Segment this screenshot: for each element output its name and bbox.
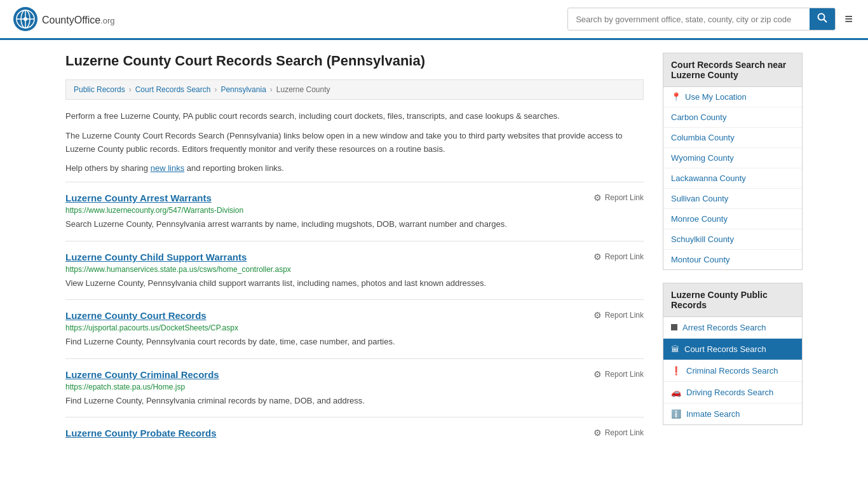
site-header: CountyOffice.org ≡ <box>0 0 868 40</box>
result-header: Luzerne County Probate Records ⚙ Report … <box>65 428 644 438</box>
result-header: Luzerne County Arrest Warrants ⚙ Report … <box>65 193 644 203</box>
public-records-item[interactable]: 🏛Court Records Search <box>663 339 802 360</box>
search-icon <box>817 13 827 23</box>
report-link[interactable]: ⚙ Report Link <box>593 369 644 379</box>
result-item: Luzerne County Probate Records ⚙ Report … <box>65 417 644 451</box>
public-records-section-title: Luzerne County Public Records <box>663 283 803 317</box>
breadcrumb-court-records[interactable]: Court Records Search <box>135 85 211 94</box>
report-icon: ⚙ <box>593 193 602 203</box>
pin-icon: 📍 <box>671 92 681 102</box>
header-right: ≡ <box>567 8 855 30</box>
nearby-links: 📍 Use My Location Carbon CountyColumbia … <box>663 87 803 270</box>
result-title[interactable]: Luzerne County Court Records <box>65 310 207 321</box>
nearby-section-title: Court Records Search near Luzerne County <box>663 53 803 87</box>
nearby-county-link[interactable]: Carbon County <box>663 107 802 128</box>
report-icon: ⚙ <box>593 310 602 320</box>
result-desc: View Luzerne County, Pennsylvania child … <box>65 277 644 290</box>
pub-record-label: Court Records Search <box>684 344 766 354</box>
logo-icon <box>13 6 38 32</box>
pub-record-label: Criminal Records Search <box>686 366 778 376</box>
result-title[interactable]: Luzerne County Arrest Warrants <box>65 193 212 203</box>
result-header: Luzerne County Child Support Warrants ⚙ … <box>65 252 644 262</box>
public-records-item[interactable]: 🚗Driving Records Search <box>663 382 802 403</box>
report-link[interactable]: ⚙ Report Link <box>593 310 644 320</box>
pub-record-icon <box>671 323 677 332</box>
public-records-item[interactable]: ❗Criminal Records Search <box>663 360 802 382</box>
result-item: Luzerne County Criminal Records ⚙ Report… <box>65 358 644 417</box>
report-link[interactable]: ⚙ Report Link <box>593 193 644 203</box>
nearby-counties: Carbon CountyColumbia CountyWyoming Coun… <box>663 107 802 269</box>
svg-point-5 <box>24 17 27 21</box>
pub-record-label: Driving Records Search <box>686 388 773 397</box>
description-p1: Perform a free Luzerne County, PA public… <box>65 110 644 123</box>
search-button[interactable] <box>810 8 835 30</box>
report-icon: ⚙ <box>593 252 602 262</box>
result-item: Luzerne County Arrest Warrants ⚙ Report … <box>65 182 644 241</box>
svg-point-6 <box>818 14 825 20</box>
result-desc: Find Luzerne County, Pennsylvania crimin… <box>65 395 644 407</box>
report-link[interactable]: ⚙ Report Link <box>593 428 644 438</box>
result-desc: Find Luzerne County, Pennsylvania court … <box>65 336 644 348</box>
breadcrumb-pennsylvania[interactable]: Pennsylvania <box>220 85 266 94</box>
pub-record-icon: ℹ️ <box>671 409 681 419</box>
main-content: Luzerne County Court Records Search (Pen… <box>65 53 644 451</box>
description-p3: Help others by sharing new links and rep… <box>65 162 644 175</box>
result-url: https://ujsportal.pacourts.us/DocketShee… <box>65 323 644 332</box>
pub-record-label: Inmate Search <box>686 409 740 419</box>
result-title[interactable]: Luzerne County Criminal Records <box>65 369 219 380</box>
logo-area[interactable]: CountyOffice.org <box>13 6 115 32</box>
nearby-county-link[interactable]: Columbia County <box>663 128 802 148</box>
nearby-county-link[interactable]: Monroe County <box>663 209 802 229</box>
result-item: Luzerne County Child Support Warrants ⚙ … <box>65 241 644 300</box>
result-item: Luzerne County Court Records ⚙ Report Li… <box>65 299 644 358</box>
result-url: https://epatch.state.pa.us/Home.jsp <box>65 383 644 391</box>
breadcrumb-sep-2: › <box>214 85 217 94</box>
use-my-location[interactable]: 📍 Use My Location <box>663 87 802 107</box>
public-records-item[interactable]: Arrest Records Search <box>663 317 802 339</box>
pub-record-label: Arrest Records Search <box>682 323 766 332</box>
results-container: Luzerne County Arrest Warrants ⚙ Report … <box>65 182 644 451</box>
result-title[interactable]: Luzerne County Child Support Warrants <box>65 252 247 262</box>
breadcrumb-sep-3: › <box>270 85 273 94</box>
pub-record-icon: ❗ <box>671 366 681 376</box>
page-title: Luzerne County Court Records Search (Pen… <box>65 53 644 69</box>
report-icon: ⚙ <box>593 428 602 438</box>
nearby-county-link[interactable]: Sullivan County <box>663 189 802 209</box>
nearby-county-link[interactable]: Schuylkill County <box>663 229 802 250</box>
result-title[interactable]: Luzerne County Probate Records <box>65 428 217 438</box>
result-url: https://www.humanservices.state.pa.us/cs… <box>65 265 644 274</box>
nearby-county-link[interactable]: Montour County <box>663 250 802 269</box>
public-records-links: Arrest Records Search🏛Court Records Sear… <box>663 317 803 425</box>
nearby-county-link[interactable]: Wyoming County <box>663 148 802 168</box>
nearby-county-link[interactable]: Lackawanna County <box>663 168 802 189</box>
breadcrumb-sep-1: › <box>129 85 132 94</box>
menu-button[interactable]: ≡ <box>842 8 855 30</box>
report-icon: ⚙ <box>593 369 602 379</box>
result-desc: Search Luzerne County, Pennsylvania arre… <box>65 218 644 231</box>
main-container: Luzerne County Court Records Search (Pen… <box>53 40 815 464</box>
breadcrumb-public-records[interactable]: Public Records <box>74 85 125 94</box>
search-input[interactable] <box>568 10 810 29</box>
svg-line-7 <box>824 20 827 23</box>
pub-record-icon: 🏛 <box>671 344 679 354</box>
search-bar[interactable] <box>567 8 836 30</box>
sidebar: Court Records Search near Luzerne County… <box>663 53 803 451</box>
breadcrumb: Public Records › Court Records Search › … <box>65 79 644 100</box>
new-links-link[interactable]: new links <box>151 163 184 173</box>
pub-record-icon: 🚗 <box>671 388 681 397</box>
public-records-item[interactable]: ℹ️Inmate Search <box>663 403 802 424</box>
public-records-items: Arrest Records Search🏛Court Records Sear… <box>663 317 802 424</box>
result-url: https://www.luzernecounty.org/547/Warran… <box>65 206 644 215</box>
breadcrumb-current: Luzerne County <box>276 85 330 94</box>
description-p2: The Luzerne County Court Records Search … <box>65 130 644 156</box>
logo-text: CountyOffice.org <box>42 12 115 27</box>
result-header: Luzerne County Court Records ⚙ Report Li… <box>65 310 644 321</box>
result-header: Luzerne County Criminal Records ⚙ Report… <box>65 369 644 380</box>
report-link[interactable]: ⚙ Report Link <box>593 252 644 262</box>
